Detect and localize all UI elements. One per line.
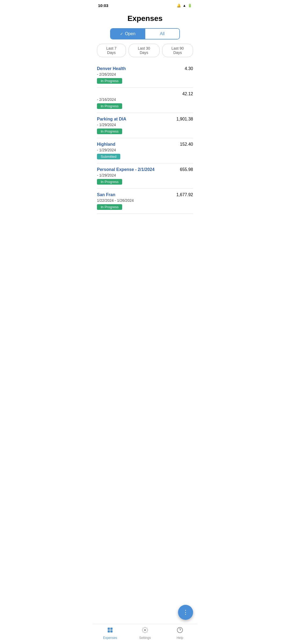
status-badge: Submitted	[97, 154, 120, 159]
expense-title: Denver Health	[97, 66, 126, 71]
expense-amount: 655.98	[180, 167, 193, 172]
expense-item[interactable]: Denver Health 4.30 - 2/26/2024 In Progre…	[97, 63, 193, 88]
check-icon: ✓	[120, 32, 123, 36]
status-badge: In Progress	[97, 204, 122, 210]
filter-last-30-label: Last 30 Days	[138, 46, 150, 55]
expense-date: - 2/26/2024	[97, 72, 193, 76]
expense-date: - 1/29/2024	[97, 123, 193, 127]
toggle-open[interactable]: ✓ Open	[111, 29, 145, 39]
page-title: Expenses	[93, 10, 197, 28]
wifi-icon: ▲	[183, 3, 186, 8]
expense-date: - 1/29/2024	[97, 173, 193, 177]
expense-date: - 2/16/2024	[97, 97, 193, 102]
expense-title: Personal Expense - 2/1/2024	[97, 167, 154, 172]
status-badge: In Progress	[97, 103, 122, 109]
expense-title: San Fran	[97, 192, 115, 197]
notification-icon: 🔔	[177, 3, 181, 8]
filter-last-90-label: Last 90 Days	[171, 46, 184, 55]
expense-item[interactable]: San Fran 1,677.92 1/22/2024 - 1/26/2024 …	[97, 189, 193, 214]
expense-item[interactable]: Highland 152.40 - 1/29/2024 Submitted	[97, 138, 193, 163]
expense-amount: 42.12	[182, 92, 193, 96]
expense-title: Highland	[97, 142, 115, 147]
filter-last-30[interactable]: Last 30 Days	[129, 44, 160, 57]
status-badge: In Progress	[97, 78, 122, 84]
expense-amount: 152.40	[180, 142, 193, 147]
expense-item[interactable]: Personal Expense - 2/1/2024 655.98 - 1/2…	[97, 163, 193, 189]
expense-amount: 4.30	[185, 66, 193, 71]
status-badge: In Progress	[97, 179, 122, 185]
toggle-all[interactable]: All	[145, 29, 180, 39]
expense-amount: 1,901.38	[176, 117, 193, 122]
expense-list: Denver Health 4.30 - 2/26/2024 In Progre…	[93, 63, 197, 214]
filter-chips: Last 7 Days Last 30 Days Last 90 Days	[93, 44, 197, 57]
expense-amount: 1,677.92	[176, 192, 193, 197]
toggle-open-label: Open	[125, 31, 135, 36]
view-toggle: ✓ Open All	[110, 28, 180, 39]
expense-title: Parking at DIA	[97, 117, 126, 122]
expense-item[interactable]: 42.12 - 2/16/2024 In Progress	[97, 88, 193, 113]
filter-last-7[interactable]: Last 7 Days	[97, 44, 126, 57]
status-icons: 🔔 ▲ 🔋	[177, 3, 192, 8]
status-bar: 10:03 🔔 ▲ 🔋	[93, 0, 197, 10]
status-time: 10:03	[98, 3, 108, 8]
filter-last-90[interactable]: Last 90 Days	[162, 44, 193, 57]
expense-item[interactable]: Parking at DIA 1,901.38 - 1/29/2024 In P…	[97, 113, 193, 138]
status-badge: In Progress	[97, 129, 122, 134]
expense-date: - 1/29/2024	[97, 148, 193, 152]
expense-date: 1/22/2024 - 1/26/2024	[97, 198, 193, 203]
filter-last-7-label: Last 7 Days	[106, 46, 117, 55]
battery-icon: 🔋	[188, 3, 192, 8]
toggle-all-label: All	[160, 31, 165, 36]
